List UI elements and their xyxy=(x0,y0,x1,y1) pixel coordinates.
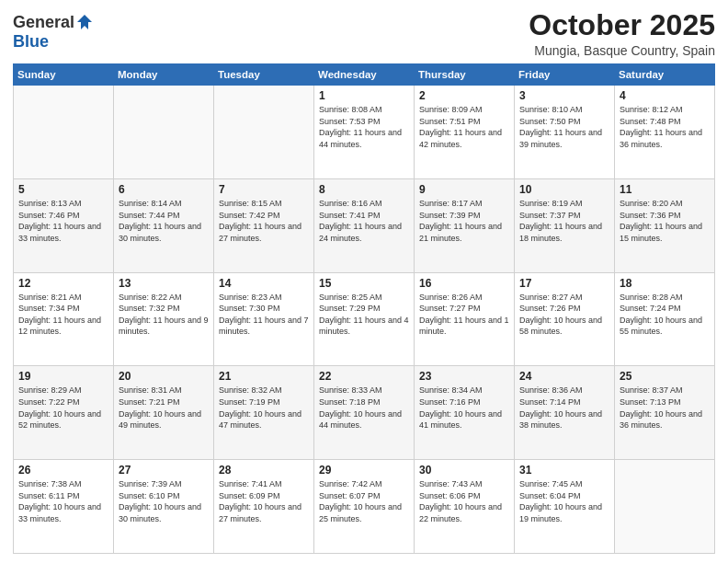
day-info: Sunrise: 8:31 AMSunset: 7:21 PMDaylight:… xyxy=(119,385,209,431)
day-cell: 29Sunrise: 7:42 AMSunset: 6:07 PMDayligh… xyxy=(314,460,415,554)
day-cell: 13Sunrise: 8:22 AMSunset: 7:32 PMDayligh… xyxy=(114,272,214,366)
day-info: Sunrise: 8:15 AMSunset: 7:42 PMDaylight:… xyxy=(219,198,309,244)
day-info: Sunrise: 8:13 AMSunset: 7:46 PMDaylight:… xyxy=(18,198,108,244)
day-cell: 19Sunrise: 8:29 AMSunset: 7:22 PMDayligh… xyxy=(14,366,114,460)
day-info: Sunrise: 8:09 AMSunset: 7:51 PMDaylight:… xyxy=(419,104,509,150)
day-number: 24 xyxy=(519,370,609,383)
day-number: 26 xyxy=(18,464,108,477)
header-friday: Friday xyxy=(515,64,615,86)
day-number: 20 xyxy=(119,370,209,383)
logo: General Blue xyxy=(13,13,94,52)
day-cell: 18Sunrise: 8:28 AMSunset: 7:24 PMDayligh… xyxy=(615,272,715,366)
day-cell: 31Sunrise: 7:45 AMSunset: 6:04 PMDayligh… xyxy=(515,460,615,554)
day-number: 23 xyxy=(419,370,509,383)
day-number: 3 xyxy=(519,89,609,102)
day-number: 11 xyxy=(620,183,710,196)
day-cell: 21Sunrise: 8:32 AMSunset: 7:19 PMDayligh… xyxy=(214,366,314,460)
header-tuesday: Tuesday xyxy=(214,64,314,86)
calendar-table: Sunday Monday Tuesday Wednesday Thursday… xyxy=(13,63,715,554)
day-number: 1 xyxy=(319,89,409,102)
day-cell: 30Sunrise: 7:43 AMSunset: 6:06 PMDayligh… xyxy=(415,460,515,554)
day-cell: 9Sunrise: 8:17 AMSunset: 7:39 PMDaylight… xyxy=(415,178,515,272)
day-info: Sunrise: 7:41 AMSunset: 6:09 PMDaylight:… xyxy=(219,478,309,524)
day-cell: 23Sunrise: 8:34 AMSunset: 7:16 PMDayligh… xyxy=(415,366,515,460)
day-info: Sunrise: 8:29 AMSunset: 7:22 PMDaylight:… xyxy=(18,385,108,431)
day-number: 8 xyxy=(319,183,409,196)
day-cell: 27Sunrise: 7:39 AMSunset: 6:10 PMDayligh… xyxy=(114,460,214,554)
day-number: 2 xyxy=(419,89,509,102)
day-cell: 15Sunrise: 8:25 AMSunset: 7:29 PMDayligh… xyxy=(314,272,415,366)
week-row-3: 19Sunrise: 8:29 AMSunset: 7:22 PMDayligh… xyxy=(14,366,715,460)
day-info: Sunrise: 8:21 AMSunset: 7:34 PMDaylight:… xyxy=(18,292,108,338)
day-cell: 11Sunrise: 8:20 AMSunset: 7:36 PMDayligh… xyxy=(615,178,715,272)
location-subtitle: Mungia, Basque Country, Spain xyxy=(529,43,715,58)
week-row-2: 12Sunrise: 8:21 AMSunset: 7:34 PMDayligh… xyxy=(14,272,715,366)
day-info: Sunrise: 8:19 AMSunset: 7:37 PMDaylight:… xyxy=(519,198,609,244)
day-info: Sunrise: 7:39 AMSunset: 6:10 PMDaylight:… xyxy=(119,478,209,524)
day-cell: 20Sunrise: 8:31 AMSunset: 7:21 PMDayligh… xyxy=(114,366,214,460)
day-info: Sunrise: 8:28 AMSunset: 7:24 PMDaylight:… xyxy=(620,292,710,338)
week-row-1: 5Sunrise: 8:13 AMSunset: 7:46 PMDaylight… xyxy=(14,178,715,272)
day-number: 6 xyxy=(119,183,209,196)
month-title: October 2025 xyxy=(529,9,715,41)
day-number: 12 xyxy=(18,277,108,290)
day-info: Sunrise: 8:32 AMSunset: 7:19 PMDaylight:… xyxy=(219,385,309,431)
day-info: Sunrise: 8:34 AMSunset: 7:16 PMDaylight:… xyxy=(419,385,509,431)
day-info: Sunrise: 8:08 AMSunset: 7:53 PMDaylight:… xyxy=(319,104,409,150)
day-cell: 17Sunrise: 8:27 AMSunset: 7:26 PMDayligh… xyxy=(515,272,615,366)
day-number: 19 xyxy=(18,370,108,383)
title-block: October 2025 Mungia, Basque Country, Spa… xyxy=(529,9,715,58)
day-info: Sunrise: 8:17 AMSunset: 7:39 PMDaylight:… xyxy=(419,198,509,244)
day-number: 14 xyxy=(219,277,309,290)
day-cell: 16Sunrise: 8:26 AMSunset: 7:27 PMDayligh… xyxy=(415,272,515,366)
day-cell: 10Sunrise: 8:19 AMSunset: 7:37 PMDayligh… xyxy=(515,178,615,272)
day-info: Sunrise: 8:20 AMSunset: 7:36 PMDaylight:… xyxy=(620,198,710,244)
day-info: Sunrise: 8:14 AMSunset: 7:44 PMDaylight:… xyxy=(119,198,209,244)
day-number: 5 xyxy=(18,183,108,196)
day-info: Sunrise: 7:43 AMSunset: 6:06 PMDaylight:… xyxy=(419,478,509,524)
logo-general: General xyxy=(13,13,74,32)
day-number: 16 xyxy=(419,277,509,290)
svg-marker-0 xyxy=(77,15,92,29)
day-info: Sunrise: 8:10 AMSunset: 7:50 PMDaylight:… xyxy=(519,104,609,150)
day-cell: 12Sunrise: 8:21 AMSunset: 7:34 PMDayligh… xyxy=(14,272,114,366)
day-number: 21 xyxy=(219,370,309,383)
day-info: Sunrise: 7:42 AMSunset: 6:07 PMDaylight:… xyxy=(319,478,409,524)
day-cell xyxy=(615,460,715,554)
day-cell: 3Sunrise: 8:10 AMSunset: 7:50 PMDaylight… xyxy=(515,86,615,179)
day-info: Sunrise: 8:36 AMSunset: 7:14 PMDaylight:… xyxy=(519,385,609,431)
header-saturday: Saturday xyxy=(615,64,715,86)
weekday-header-row: Sunday Monday Tuesday Wednesday Thursday… xyxy=(14,64,715,86)
day-number: 17 xyxy=(519,277,609,290)
day-cell: 1Sunrise: 8:08 AMSunset: 7:53 PMDaylight… xyxy=(314,86,415,179)
day-info: Sunrise: 7:45 AMSunset: 6:04 PMDaylight:… xyxy=(519,478,609,524)
day-cell: 8Sunrise: 8:16 AMSunset: 7:41 PMDaylight… xyxy=(314,178,415,272)
day-info: Sunrise: 8:37 AMSunset: 7:13 PMDaylight:… xyxy=(620,385,710,431)
week-row-4: 26Sunrise: 7:38 AMSunset: 6:11 PMDayligh… xyxy=(14,460,715,554)
day-cell: 2Sunrise: 8:09 AMSunset: 7:51 PMDaylight… xyxy=(415,86,515,179)
day-cell: 26Sunrise: 7:38 AMSunset: 6:11 PMDayligh… xyxy=(14,460,114,554)
day-number: 15 xyxy=(319,277,409,290)
day-cell: 4Sunrise: 8:12 AMSunset: 7:48 PMDaylight… xyxy=(615,86,715,179)
day-number: 4 xyxy=(620,89,710,102)
header-thursday: Thursday xyxy=(415,64,515,86)
day-cell: 24Sunrise: 8:36 AMSunset: 7:14 PMDayligh… xyxy=(515,366,615,460)
page: General Blue October 2025 Mungia, Basque… xyxy=(0,0,728,563)
day-info: Sunrise: 8:23 AMSunset: 7:30 PMDaylight:… xyxy=(219,292,309,338)
header-sunday: Sunday xyxy=(14,64,114,86)
day-cell: 14Sunrise: 8:23 AMSunset: 7:30 PMDayligh… xyxy=(214,272,314,366)
day-cell xyxy=(14,86,114,179)
week-row-0: 1Sunrise: 8:08 AMSunset: 7:53 PMDaylight… xyxy=(14,86,715,179)
day-number: 22 xyxy=(319,370,409,383)
day-info: Sunrise: 8:12 AMSunset: 7:48 PMDaylight:… xyxy=(620,104,710,150)
header: General Blue October 2025 Mungia, Basque… xyxy=(13,9,715,58)
day-info: Sunrise: 8:22 AMSunset: 7:32 PMDaylight:… xyxy=(119,292,209,338)
day-number: 25 xyxy=(620,370,710,383)
day-number: 9 xyxy=(419,183,509,196)
day-info: Sunrise: 8:27 AMSunset: 7:26 PMDaylight:… xyxy=(519,292,609,338)
day-cell: 6Sunrise: 8:14 AMSunset: 7:44 PMDaylight… xyxy=(114,178,214,272)
day-cell: 7Sunrise: 8:15 AMSunset: 7:42 PMDaylight… xyxy=(214,178,314,272)
day-number: 28 xyxy=(219,464,309,477)
header-wednesday: Wednesday xyxy=(314,64,415,86)
day-number: 29 xyxy=(319,464,409,477)
